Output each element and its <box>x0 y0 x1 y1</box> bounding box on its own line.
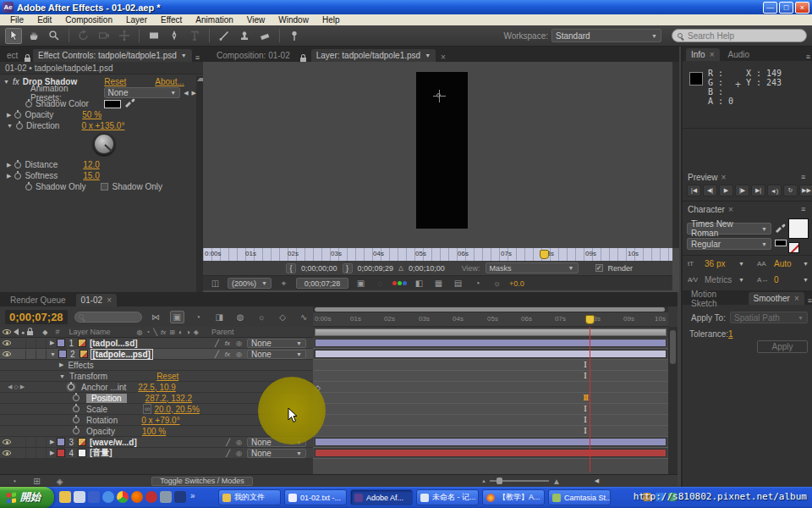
collapse-switch-icon[interactable]: ◔ <box>145 329 150 336</box>
fx-switch[interactable]: fx <box>225 351 230 358</box>
lock-column-icon[interactable] <box>27 331 33 335</box>
layer-name[interactable]: [tadpol...sd] <box>90 339 138 348</box>
menu-view[interactable]: View <box>240 15 272 25</box>
viewer-canvas[interactable] <box>203 62 672 248</box>
threed-switch-icon[interactable]: ◈ <box>194 329 199 336</box>
audio-cell[interactable] <box>16 438 26 447</box>
frame-blend-switch-icon[interactable]: ⊞ <box>169 329 175 336</box>
tab-composition[interactable]: Composition: 01-02 <box>211 49 295 62</box>
timeline-zoom-control[interactable]: ▲ ▲ <box>481 477 561 486</box>
stroke-color-swatch[interactable] <box>775 240 787 246</box>
anchor-point-label[interactable]: Anchor ...int <box>81 383 126 392</box>
minimize-button[interactable]: — <box>763 2 777 14</box>
tracking-value[interactable]: 0 <box>774 275 779 284</box>
expand-icon[interactable]: ▶ <box>7 162 11 168</box>
pickwhip-icon[interactable]: ◎ <box>236 439 242 446</box>
solo-cell[interactable] <box>26 449 36 458</box>
quick-launch-word-icon[interactable] <box>88 491 100 503</box>
direction-dial[interactable] <box>93 133 115 155</box>
expand-icon[interactable]: ▶ <box>7 112 11 119</box>
toggle-switches-modes-button[interactable]: Toggle Switches / Modes <box>151 477 253 486</box>
fx-switch-icon[interactable]: fx <box>161 329 166 336</box>
no-stroke-swatch[interactable] <box>788 242 799 253</box>
adjustment-switch-icon[interactable]: ◑ <box>186 329 190 336</box>
fill-color-swatch[interactable] <box>788 218 809 239</box>
puppet-pin-tool-icon[interactable] <box>286 28 303 44</box>
layer-name-column[interactable]: Layer Name <box>69 328 110 336</box>
quick-launch-chrome-icon[interactable] <box>117 491 129 503</box>
taskbar-button-untitled-notepad[interactable]: 未命名 - 记... <box>416 489 479 505</box>
render-checkbox[interactable]: ✓ <box>595 264 603 272</box>
lock-cell[interactable] <box>36 339 47 348</box>
collapse-icon[interactable]: ▼ <box>59 373 65 379</box>
timeline-ruler[interactable]: 0:00s 01s 02s 03s 04s 05s 06s 07s 08s 09… <box>313 312 668 327</box>
label-color-chip[interactable] <box>57 449 65 457</box>
selected-keyframe-marker[interactable]: II <box>583 393 587 402</box>
zoom-tool-icon[interactable] <box>46 28 63 44</box>
quality-switch-icon[interactable]: ╲ <box>153 329 157 336</box>
stopwatch-icon[interactable] <box>14 112 21 119</box>
expand-transfer-icon[interactable]: ◈ <box>52 475 67 488</box>
motion-blur-switch-icon[interactable]: ◐ <box>178 329 183 336</box>
show-snapshot-icon[interactable]: ◌ <box>373 277 387 290</box>
current-time-indicator[interactable] <box>540 250 549 259</box>
label-color-chip[interactable] <box>58 350 67 358</box>
chevron-down-icon[interactable]: ▼ <box>738 277 744 283</box>
help-search[interactable] <box>672 29 807 42</box>
position-row[interactable]: Position 287.2, 132.2 II <box>0 393 668 404</box>
eraser-tool-icon[interactable] <box>256 28 273 44</box>
position-label-selected[interactable]: Position <box>86 394 127 403</box>
tab-close-icon[interactable]: × <box>721 173 727 182</box>
zoom-in-mountain-icon[interactable]: ▲ <box>552 477 561 486</box>
collapse-layer-icon[interactable]: ▼ <box>50 351 56 357</box>
menu-layer[interactable]: Layer <box>119 15 154 25</box>
hide-shy-layers-icon[interactable]: ◨ <box>212 311 227 323</box>
fx-switch[interactable]: fx <box>225 340 230 347</box>
work-area-bar[interactable] <box>315 329 667 336</box>
constrain-link-icon[interactable]: ∞ <box>143 404 151 414</box>
menu-animation[interactable]: Animation <box>189 15 239 25</box>
timeline-search[interactable] <box>74 312 142 323</box>
stopwatch-icon[interactable] <box>68 384 74 390</box>
quality-switch[interactable]: ╱ <box>226 439 230 446</box>
chevron-down-icon[interactable]: ▼ <box>803 261 809 267</box>
scrollbar[interactable] <box>672 62 679 248</box>
play-button[interactable]: ▶ <box>719 185 733 196</box>
quick-launch-mail-icon[interactable] <box>160 491 172 503</box>
maximize-button[interactable]: □ <box>779 2 793 14</box>
keyframe-marker[interactable]: I <box>584 404 587 413</box>
expand-render-time-icon[interactable]: ⊞ <box>30 475 44 488</box>
quick-launch-notepad-icon[interactable] <box>74 491 85 503</box>
leading-value[interactable]: Auto <box>774 259 792 268</box>
eyedropper-icon[interactable] <box>775 223 786 235</box>
stopwatch-icon[interactable] <box>73 428 80 434</box>
pan-behind-tool-icon[interactable] <box>116 28 133 44</box>
quick-launch-vb-icon[interactable] <box>174 491 186 503</box>
frame-blending-icon[interactable]: ◍ <box>233 311 248 323</box>
grid-guides-icon[interactable]: ⌖ <box>277 277 291 290</box>
zoom-slider[interactable] <box>490 480 549 482</box>
exposure-value[interactable]: +0.0 <box>509 279 524 288</box>
rotation-row[interactable]: Rotation 0 x +79.0° I <box>0 415 668 426</box>
transform-group-row[interactable]: ▼ Transform Reset I <box>0 371 668 382</box>
layer-row-4[interactable]: ▶ 4 [音量] ╱ ◎ None▼ <box>0 448 668 459</box>
tab-close-icon[interactable]: × <box>710 50 715 59</box>
parent-column[interactable]: Parent <box>211 328 234 336</box>
kerning-value[interactable]: Metrics <box>705 275 732 284</box>
brush-tool-icon[interactable] <box>216 28 233 44</box>
audio-toggle-button[interactable]: ◄) <box>767 185 782 196</box>
time-navigator[interactable] <box>313 306 668 312</box>
lock-cell[interactable] <box>36 350 47 359</box>
layer-name[interactable]: [wave/w...d] <box>90 438 137 447</box>
shadow-only-checkbox[interactable] <box>101 183 108 190</box>
panel-menu-icon[interactable]: ≡ <box>806 52 810 61</box>
next-keyframe-icon[interactable]: ▶ <box>20 384 25 390</box>
shadow-color-swatch[interactable] <box>104 100 121 108</box>
timeline-scrollbar[interactable] <box>668 327 678 474</box>
comp-mini-flowchart-icon[interactable]: ⋈ <box>149 311 163 323</box>
font-size-value[interactable]: 36 px <box>705 259 725 268</box>
last-frame-button[interactable]: ▶| <box>751 185 765 196</box>
loop-button[interactable]: ↻ <box>783 185 798 196</box>
type-tool-icon[interactable] <box>186 28 203 44</box>
magnification-dropdown[interactable]: (200%) ▼ <box>228 278 272 289</box>
